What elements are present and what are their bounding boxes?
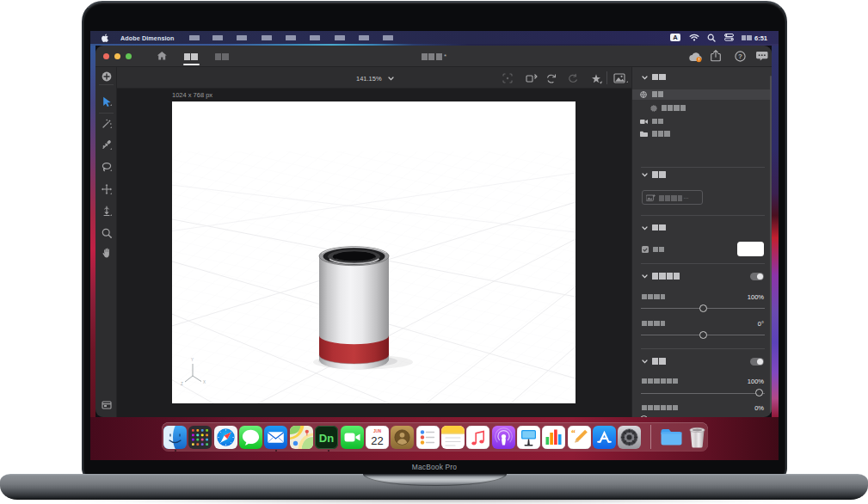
svg-text:JUN: JUN — [373, 428, 382, 433]
svg-text:Dn: Dn — [319, 431, 334, 444]
svg-text:Z: Z — [181, 382, 183, 386]
svg-text:?: ? — [738, 52, 742, 60]
svg-text:X: X — [203, 380, 206, 384]
svg-text:22: 22 — [371, 433, 383, 446]
svg-text:Y: Y — [191, 358, 194, 362]
svg-text:“: “ — [571, 428, 576, 438]
